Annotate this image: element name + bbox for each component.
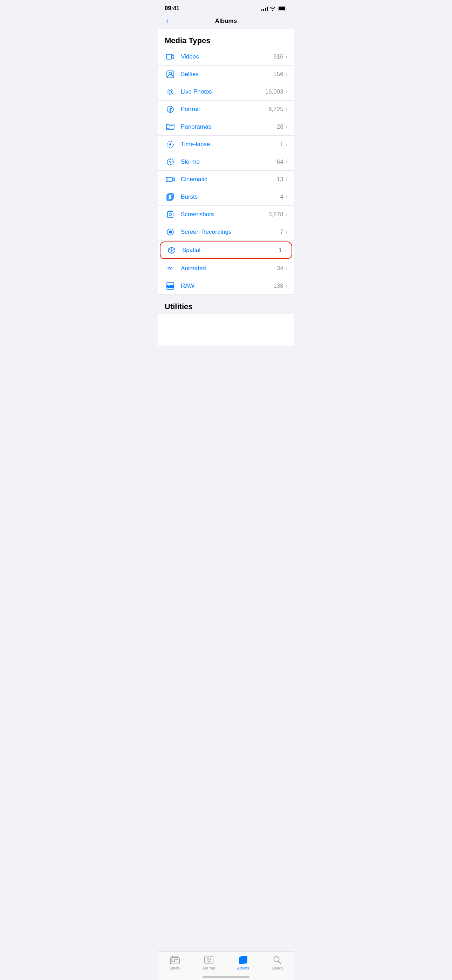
- status-time: 09:41: [165, 5, 180, 12]
- raw-count: 138: [273, 283, 283, 290]
- live-photos-count: 16,003: [265, 88, 283, 95]
- svg-rect-2: [166, 54, 172, 59]
- selfies-count: 556: [273, 71, 283, 78]
- list-item-selfies[interactable]: Selfies 556 ›: [158, 65, 294, 83]
- slomo-icon: [165, 158, 176, 166]
- slomo-chevron: ›: [286, 159, 287, 165]
- videos-count: 916: [273, 53, 283, 60]
- bursts-count: 4: [280, 194, 283, 200]
- spatial-icon: [166, 247, 177, 254]
- svg-point-11: [170, 144, 171, 145]
- svg-point-5: [169, 91, 172, 93]
- list-item-live-photos[interactable]: Live Photos 16,003 ›: [158, 83, 294, 100]
- svg-point-27: [169, 231, 172, 233]
- cinematic-chevron: ›: [286, 176, 287, 183]
- list-item-screen-recordings[interactable]: Screen Recordings 7 ›: [158, 223, 294, 241]
- panoramas-chevron: ›: [286, 124, 287, 130]
- videos-label: Videos: [181, 53, 273, 60]
- cinematic-label: Cinematic: [181, 176, 277, 183]
- list-item-cinematic[interactable]: Cinematic 13 ›: [158, 171, 294, 188]
- spatial-count: 1: [279, 247, 282, 254]
- utilities-section: Utilities: [158, 295, 294, 314]
- panoramas-label: Panoramas: [181, 123, 277, 130]
- portrait-label: Portrait: [181, 106, 268, 113]
- svg-text:RAW: RAW: [167, 285, 175, 288]
- portrait-count: 6,725: [268, 106, 283, 113]
- bursts-label: Bursts: [181, 194, 280, 200]
- screenshot-icon: [165, 211, 176, 218]
- list-item-slomo[interactable]: Slo-mo 64 ›: [158, 153, 294, 171]
- raw-label: RAW: [181, 283, 273, 290]
- media-types-title: Media Types: [165, 36, 210, 45]
- list-item-raw[interactable]: RAW RAW 138 ›: [158, 277, 294, 295]
- screen-recordings-chevron: ›: [286, 229, 287, 235]
- cinematic-icon: [165, 176, 176, 183]
- wifi-icon: [270, 6, 276, 11]
- raw-chevron: ›: [286, 283, 287, 289]
- battery-icon: [278, 6, 287, 11]
- raw-icon: RAW: [165, 282, 176, 290]
- svg-rect-25: [169, 211, 172, 212]
- video-icon: [165, 54, 176, 60]
- media-types-section-header: Media Types: [158, 29, 294, 48]
- svg-text:f: f: [170, 107, 172, 112]
- slomo-count: 64: [277, 158, 283, 165]
- list-item-timelapse[interactable]: Time-lapse 1 ›: [158, 136, 294, 153]
- bursts-chevron: ›: [286, 194, 287, 200]
- utilities-title: Utilities: [165, 302, 193, 311]
- timelapse-icon: [165, 140, 176, 148]
- animated-label: Animated: [181, 265, 277, 272]
- list-item-animated[interactable]: Animated 34 ›: [158, 260, 294, 277]
- live-photos-chevron: ›: [286, 89, 287, 95]
- nav-header: + Albums: [158, 15, 294, 29]
- status-bar: 09:41: [158, 0, 294, 15]
- videos-chevron: ›: [286, 54, 287, 60]
- portrait-icon: f: [165, 105, 176, 113]
- list-item-spatial[interactable]: Spatial 1 ›: [160, 242, 292, 259]
- status-icons: [261, 6, 287, 11]
- live-photo-icon: [165, 88, 176, 96]
- screenshots-label: Screenshots: [181, 211, 268, 218]
- panoramas-count: 28: [277, 123, 283, 130]
- svg-point-24: [169, 213, 172, 216]
- spatial-label: Spatial: [182, 247, 279, 254]
- timelapse-chevron: ›: [286, 141, 287, 148]
- panorama-icon: [165, 124, 176, 130]
- live-photos-label: Live Photos: [181, 88, 265, 95]
- timelapse-label: Time-lapse: [181, 141, 280, 148]
- animated-count: 34: [277, 265, 283, 272]
- screen-recordings-count: 7: [280, 229, 283, 235]
- list-item-bursts[interactable]: Bursts 4 ›: [158, 188, 294, 206]
- page-title: Albums: [215, 18, 237, 24]
- timelapse-count: 1: [280, 141, 283, 148]
- animated-chevron: ›: [286, 265, 287, 272]
- bursts-icon: [165, 193, 176, 201]
- screen-recording-icon: [165, 228, 176, 236]
- add-album-button[interactable]: +: [165, 17, 170, 25]
- screenshots-chevron: ›: [286, 212, 287, 218]
- selfies-chevron: ›: [286, 71, 287, 78]
- svg-point-6: [167, 89, 173, 95]
- svg-rect-23: [167, 212, 173, 218]
- svg-rect-1: [279, 7, 285, 10]
- selfie-icon: [165, 70, 176, 78]
- slomo-label: Slo-mo: [181, 158, 277, 165]
- screen-recordings-label: Screen Recordings: [181, 229, 280, 235]
- list-item-screenshots[interactable]: Screenshots 3,878 ›: [158, 206, 294, 223]
- selfies-label: Selfies: [181, 71, 273, 78]
- spatial-chevron: ›: [284, 247, 286, 253]
- cinematic-count: 13: [277, 176, 283, 183]
- portrait-chevron: ›: [286, 106, 287, 113]
- animated-icon: [165, 265, 176, 272]
- list-item-portrait[interactable]: f Portrait 6,725 ›: [158, 100, 294, 118]
- screenshots-count: 3,878: [268, 211, 283, 218]
- signal-bars-icon: [261, 6, 268, 11]
- list-item-videos[interactable]: Videos 916 ›: [158, 48, 294, 65]
- main-content: Media Types Videos 916 › Selfies 556 ›: [158, 29, 294, 345]
- list-item-panoramas[interactable]: Panoramas 28 ›: [158, 118, 294, 136]
